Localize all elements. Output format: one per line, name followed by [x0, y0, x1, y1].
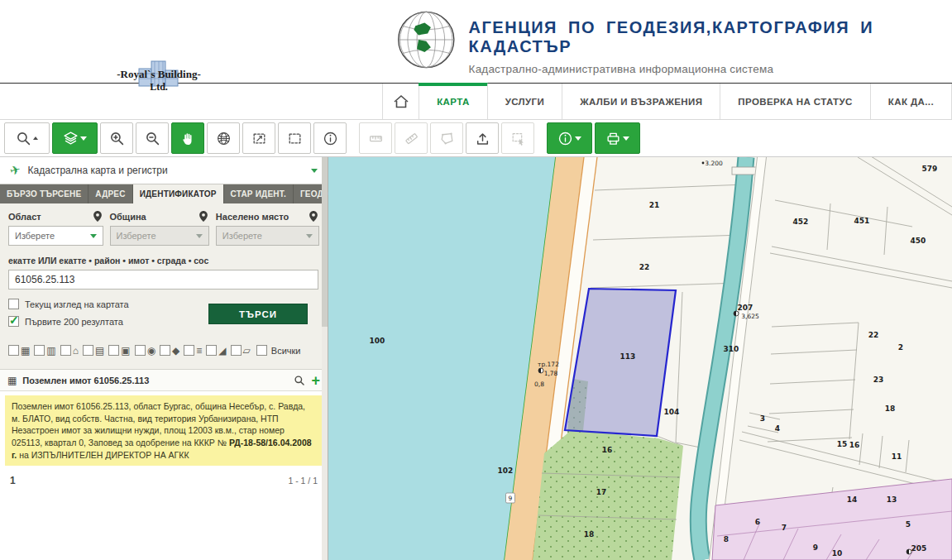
zoom-to-result-icon[interactable] — [294, 375, 305, 386]
print-button[interactable] — [595, 122, 640, 154]
filter-scheme-checkbox[interactable] — [108, 345, 119, 356]
field-naseleno-myasto: Населено място Изберете — [216, 211, 319, 246]
zoom-in-button[interactable] — [100, 122, 133, 154]
current-view-checkbox[interactable] — [8, 299, 19, 309]
nav-item-proverka[interactable]: ПРОВЕРКА НА СТАТУС — [720, 84, 869, 119]
ruler-icon — [368, 131, 384, 146]
nav-item-karta[interactable]: КАРТА — [419, 84, 486, 119]
filter-block-checkbox[interactable] — [83, 345, 93, 356]
parcel-grid-icon: ▦ — [7, 376, 17, 385]
identifier-form: Област Изберете Община — [0, 203, 328, 333]
nav-home[interactable] — [382, 84, 419, 119]
scrollbar-thumb[interactable] — [322, 157, 328, 327]
tab-barzo-tarsene[interactable]: БЪРЗО ТЪРСЕНЕ — [0, 184, 89, 203]
result-header: ▦ Поземлен имот 61056.25.113 + — [0, 370, 328, 391]
obshtina-label: Община — [110, 212, 146, 222]
point-icon: ◉ — [147, 346, 155, 356]
nav-item-kak-da[interactable]: КАК ДА... — [870, 84, 952, 119]
map-type-label: Кадастрална карта и регистри — [28, 165, 304, 176]
page-number[interactable]: 1 — [10, 475, 16, 486]
upload-icon — [475, 131, 490, 146]
identify-button[interactable] — [313, 122, 347, 154]
map-label: 452 — [793, 218, 809, 226]
tab-adres[interactable]: АДРЕС — [89, 184, 132, 203]
current-view-option: Текущ изглед на картата — [8, 299, 208, 309]
zoom-box-button[interactable] — [242, 122, 275, 154]
search-icon — [16, 131, 31, 146]
filter-zone-checkbox[interactable] — [231, 345, 242, 356]
add-result-icon[interactable]: + — [311, 373, 320, 388]
app-window: АГЕНЦИЯ ПО ГЕОДЕЗИЯ,КАРТОГРАФИЯ И КАДАСТ… — [0, 0, 952, 560]
tab-identifikator[interactable]: ИДЕНТИФИКАТОР — [133, 184, 224, 203]
object-info-button[interactable] — [547, 122, 592, 154]
partner-name: -Royal`s Building- — [101, 68, 217, 81]
sidebar-scrollbar[interactable] — [322, 157, 328, 560]
box-dashed-icon — [287, 131, 303, 146]
map-pin-icon — [199, 211, 208, 222]
chevron-down-icon — [623, 136, 629, 141]
upload-button[interactable] — [466, 122, 499, 154]
oblast-select[interactable]: Изберете — [8, 226, 103, 246]
current-view-label: Текущ изглед на картата — [25, 299, 129, 309]
map-toolbar — [0, 120, 952, 157]
map-label: 0,8 — [534, 381, 544, 388]
area-icon — [439, 131, 455, 146]
identifier-input[interactable] — [8, 270, 318, 290]
filter-scheme: ▣ — [108, 345, 130, 356]
chevron-down-icon — [196, 234, 203, 238]
map-label: 21 — [649, 201, 660, 209]
map-label: 11 — [892, 452, 902, 461]
filter-geodetic-checkbox[interactable] — [160, 345, 170, 356]
search-button[interactable]: ТЪРСИ — [208, 304, 308, 324]
filter-point: ◉ — [135, 345, 155, 356]
previous-extent-button[interactable] — [278, 122, 311, 154]
map-label: 14 — [847, 495, 858, 504]
parcels-icon: ▦ — [21, 346, 30, 356]
map-canvas[interactable]: 3.20057921452451450222073,62510031011322… — [328, 157, 952, 560]
map-type-dropdown[interactable]: ✈ Кадастрална карта и регистри — [0, 157, 328, 184]
filter-parcels-checkbox[interactable] — [8, 345, 19, 356]
full-extent-button[interactable] — [207, 122, 240, 154]
map-label: 579 — [922, 165, 938, 173]
zone-icon: ▱ — [243, 346, 251, 356]
nav-item-zhalbi[interactable]: ЖАЛБИ И ВЪЗРАЖЕНИЯ — [562, 84, 720, 119]
filter-house-checkbox[interactable] — [60, 345, 71, 356]
house-icon: ⌂ — [73, 346, 79, 356]
map-label: 3,625 — [741, 313, 759, 320]
hand-icon — [180, 131, 196, 146]
chevron-down-icon — [306, 234, 313, 238]
filter-all-checkbox[interactable] — [256, 345, 267, 356]
result-detail[interactable]: Поземлен имот 61056.25.113, област Бурга… — [5, 395, 323, 466]
map-label: 4 — [775, 424, 780, 433]
filter-all: Всички — [256, 345, 301, 356]
filter-slope-checkbox[interactable] — [206, 345, 217, 356]
identifier-hint: екатте ИЛИ екатте • район • имот • сград… — [8, 256, 319, 266]
layers-button[interactable] — [52, 122, 98, 154]
filter-buildings-checkbox[interactable] — [34, 345, 45, 356]
pan-button[interactable] — [171, 122, 204, 154]
map-label: 310 — [724, 345, 739, 353]
slope-icon: ◢ — [218, 346, 226, 356]
filter-block: ▤ — [83, 345, 104, 356]
map-label: 22 — [639, 263, 650, 271]
tab-star-ident[interactable]: СТАР ИДЕНТ. — [224, 184, 294, 203]
agency-globe-logo — [395, 7, 457, 73]
pagination: 1 1 - 1 / 1 — [0, 470, 328, 491]
map-label: 104 — [664, 408, 680, 416]
filter-point-checkbox[interactable] — [135, 345, 146, 356]
zoom-out-button[interactable] — [136, 122, 169, 154]
search-toggle-button[interactable] — [4, 122, 50, 154]
map-viewport[interactable]: 3.20057921452451450222073,62510031011322… — [328, 157, 952, 560]
filter-geodetic: ◆ — [160, 345, 179, 356]
map-label: 17 — [596, 488, 607, 496]
home-icon — [393, 93, 409, 109]
filter-layers-checkbox[interactable] — [184, 345, 194, 356]
select-features-button — [501, 122, 534, 154]
naseleno-label: Населено място — [216, 212, 289, 222]
info-icon — [557, 131, 573, 146]
map-label: 9 — [813, 543, 818, 552]
map-label: 6 — [755, 518, 760, 526]
buildings-icon: ▥ — [46, 346, 55, 356]
nav-item-uslugi[interactable]: УСЛУГИ — [487, 84, 562, 119]
first-200-checkbox[interactable] — [8, 316, 19, 327]
